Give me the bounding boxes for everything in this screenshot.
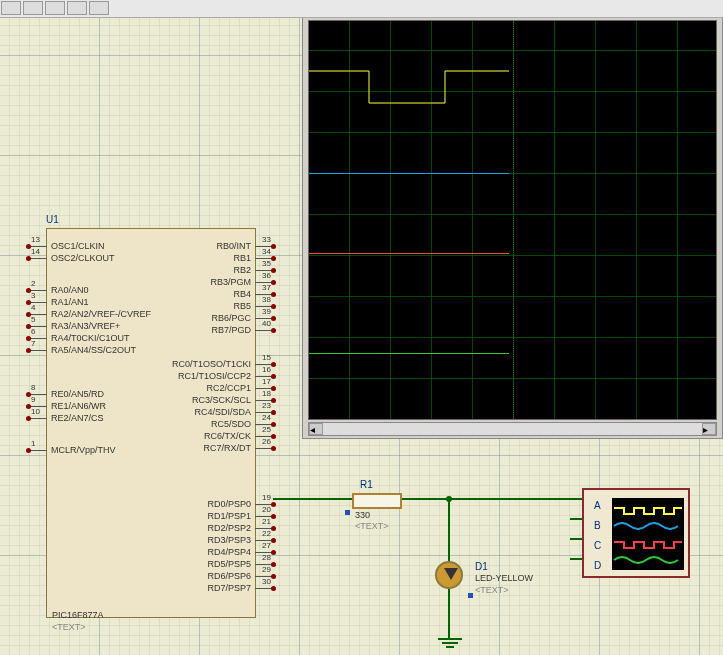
pin-terminal[interactable] xyxy=(271,374,276,379)
pin-number: 28 xyxy=(262,553,271,562)
pin-label: RD5/PSP5 xyxy=(207,559,251,569)
pin-label: OSC1/CLKIN xyxy=(51,241,105,251)
pin-terminal[interactable] xyxy=(271,256,276,261)
pin-number: 16 xyxy=(262,365,271,374)
pin-terminal[interactable] xyxy=(271,514,276,519)
scroll-left-button[interactable]: ◂ xyxy=(309,423,323,435)
pin-label: RC3/SCK/SCL xyxy=(192,395,251,405)
toolbar-button[interactable] xyxy=(67,1,87,15)
pin-terminal[interactable] xyxy=(26,416,31,421)
chip-u1[interactable]: OSC1/CLKIN13OSC2/CLKOUT14RA0/AN02RA1/AN1… xyxy=(46,228,256,618)
probe-channel-c: C xyxy=(594,540,601,551)
pin-terminal[interactable] xyxy=(271,562,276,567)
pin-label: RC0/T1OSO/T1CKI xyxy=(172,359,251,369)
oscilloscope-window[interactable]: ◂ ▸ xyxy=(302,18,723,439)
schematic-canvas[interactable]: U1 OSC1/CLKIN13OSC2/CLKOUT14RA0/AN02RA1/… xyxy=(0,18,723,655)
pin-terminal[interactable] xyxy=(271,422,276,427)
pin-number: 25 xyxy=(262,425,271,434)
pin-terminal[interactable] xyxy=(271,316,276,321)
pin-number: 24 xyxy=(262,413,271,422)
pin-label: RD7/PSP7 xyxy=(207,583,251,593)
pin-number: 21 xyxy=(262,517,271,526)
oscilloscope-display xyxy=(308,20,717,420)
pin-number: 3 xyxy=(31,291,35,300)
pin-label: RD4/PSP4 xyxy=(207,547,251,557)
pin-number: 27 xyxy=(262,541,271,550)
chip-text: <TEXT> xyxy=(52,622,86,632)
pin-terminal[interactable] xyxy=(26,348,31,353)
pin-label: RA4/T0CKI/C1OUT xyxy=(51,333,130,343)
pin-terminal[interactable] xyxy=(271,526,276,531)
pin-label: RA5/AN4/SS/C2OUT xyxy=(51,345,136,355)
wire xyxy=(570,558,582,560)
pin-terminal[interactable] xyxy=(271,268,276,273)
pin-number: 17 xyxy=(262,377,271,386)
pin-label: RA3/AN3/VREF+ xyxy=(51,321,120,331)
pin-terminal[interactable] xyxy=(271,446,276,451)
pin-number: 37 xyxy=(262,283,271,292)
chip-part: PIC16F877A xyxy=(52,610,104,620)
pin-terminal[interactable] xyxy=(271,386,276,391)
pin-number: 22 xyxy=(262,529,271,538)
pin-terminal[interactable] xyxy=(271,538,276,543)
trace-channel-b xyxy=(309,173,509,174)
pin-label: RD6/PSP6 xyxy=(207,571,251,581)
pin-terminal[interactable] xyxy=(271,292,276,297)
pin-label: RD1/PSP1 xyxy=(207,511,251,521)
pin-label: RE1/AN6/WR xyxy=(51,401,106,411)
pin-number: 4 xyxy=(31,303,35,312)
toolbar-button[interactable] xyxy=(89,1,109,15)
pin-number: 23 xyxy=(262,401,271,410)
pin-number: 34 xyxy=(262,247,271,256)
pin-terminal[interactable] xyxy=(26,448,31,453)
pin-terminal[interactable] xyxy=(271,574,276,579)
resistor-text: <TEXT> xyxy=(355,521,389,531)
pin-label: RD0/PSP0 xyxy=(207,499,251,509)
pin-terminal[interactable] xyxy=(271,304,276,309)
toolbar-button[interactable] xyxy=(23,1,43,15)
pin-terminal[interactable] xyxy=(26,256,31,261)
pin-number: 9 xyxy=(31,395,35,404)
pin-terminal[interactable] xyxy=(271,328,276,333)
led-ref: D1 xyxy=(475,561,488,572)
oscilloscope-probe[interactable]: A B C D xyxy=(582,488,690,578)
toolbar-button[interactable] xyxy=(45,1,65,15)
pin-label: RC6/TX/CK xyxy=(204,431,251,441)
resistor-r1[interactable] xyxy=(352,493,402,509)
led-text: <TEXT> xyxy=(475,585,509,595)
probe-channel-d: D xyxy=(594,560,601,571)
pin-number: 10 xyxy=(31,407,40,416)
pin-number: 29 xyxy=(262,565,271,574)
scroll-right-button[interactable]: ▸ xyxy=(702,423,716,435)
pin-number: 38 xyxy=(262,295,271,304)
pin-terminal[interactable] xyxy=(271,586,276,591)
wire xyxy=(570,498,582,500)
pin-label: RB4 xyxy=(233,289,251,299)
pin-number: 7 xyxy=(31,339,35,348)
pin-label: RC5/SDO xyxy=(211,419,251,429)
toolbar-button[interactable] xyxy=(1,1,21,15)
pin-number: 1 xyxy=(31,439,35,448)
pin-number: 13 xyxy=(31,235,40,244)
pin-label: RB1 xyxy=(233,253,251,263)
pin-terminal[interactable] xyxy=(271,244,276,249)
wire xyxy=(448,500,450,561)
wire xyxy=(448,589,450,638)
wire xyxy=(570,518,582,520)
pin-number: 15 xyxy=(262,353,271,362)
pin-terminal[interactable] xyxy=(271,280,276,285)
scope-scrollbar[interactable]: ◂ ▸ xyxy=(308,422,717,436)
pin-number: 36 xyxy=(262,271,271,280)
handle-icon xyxy=(468,593,473,598)
pin-terminal[interactable] xyxy=(271,434,276,439)
pin-label: RB2 xyxy=(233,265,251,275)
pin-terminal[interactable] xyxy=(271,410,276,415)
pin-terminal[interactable] xyxy=(271,362,276,367)
pin-label: RA1/AN1 xyxy=(51,297,89,307)
pin-stub xyxy=(30,418,47,419)
pin-terminal[interactable] xyxy=(271,550,276,555)
pin-label: RE2/AN7/CS xyxy=(51,413,104,423)
pin-terminal[interactable] xyxy=(271,398,276,403)
pin-terminal[interactable] xyxy=(271,502,276,507)
pin-number: 20 xyxy=(262,505,271,514)
